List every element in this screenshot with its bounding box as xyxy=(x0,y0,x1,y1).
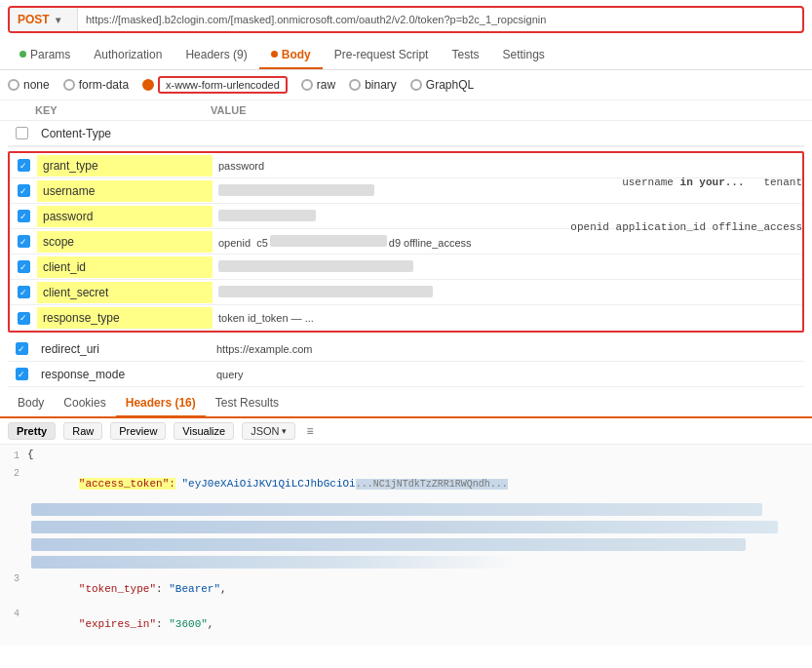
tab-tests-label: Tests xyxy=(451,48,479,61)
code-content-3: "token_type": "Bearer", xyxy=(27,571,812,607)
tab-params[interactable]: Params xyxy=(8,39,82,69)
response-mode-value: query xyxy=(211,365,804,384)
format-preview-btn[interactable]: Preview xyxy=(110,422,166,440)
format-json-select[interactable]: JSON ▾ xyxy=(242,422,294,440)
client-id-checkbox[interactable] xyxy=(18,260,30,273)
body-dot xyxy=(271,51,278,58)
radio-binary-label: binary xyxy=(365,78,397,92)
method-label: POST xyxy=(18,13,50,26)
blurred-line-3 xyxy=(31,538,746,551)
radio-raw-label: raw xyxy=(317,78,335,92)
tab-prerequest[interactable]: Pre-request Script xyxy=(323,39,441,69)
content-type-value xyxy=(211,130,804,138)
response-tabs: Body Cookies Headers (16) Test Results xyxy=(0,389,812,418)
client-secret-blurred xyxy=(218,286,433,297)
radio-none-label: none xyxy=(23,78,50,92)
response-mode-key: response_mode xyxy=(35,364,211,385)
tab-authorization[interactable]: Authorization xyxy=(82,39,174,69)
key-col-header: KEY xyxy=(35,104,211,116)
radio-none[interactable]: none xyxy=(8,78,50,92)
client-secret-value xyxy=(213,282,802,303)
method-selector[interactable]: POST ▾ xyxy=(10,8,78,31)
scope-blurred xyxy=(270,235,387,247)
format-json-label: JSON xyxy=(251,425,279,437)
access-token-value-mid: ...NC1jNTdkTzZRR1RWQndh... xyxy=(356,479,508,490)
client-secret-checkbox[interactable] xyxy=(18,286,30,298)
radio-raw[interactable]: raw xyxy=(301,78,335,92)
format-pretty-btn[interactable]: Pretty xyxy=(8,422,56,440)
blurred-line-2 xyxy=(31,521,778,533)
code-content-1: { xyxy=(27,449,812,460)
blurred-line-4 xyxy=(31,556,519,569)
radio-binary-circle xyxy=(349,79,361,91)
format-raw-btn[interactable]: Raw xyxy=(63,422,102,440)
line-num-cont2 xyxy=(0,519,27,521)
grant-type-checkbox[interactable] xyxy=(18,159,30,172)
line-num-1: 1 xyxy=(0,449,27,461)
tab-headers-label: Headers (9) xyxy=(185,48,247,61)
token-type-key: "token_type" xyxy=(79,583,156,595)
content-type-checkbox[interactable] xyxy=(16,127,28,139)
scope-annotation: openid application_id offline_access xyxy=(570,221,802,233)
code-line-cont1 xyxy=(0,501,812,519)
tab-body[interactable]: Body xyxy=(259,39,323,69)
method-chevron-icon: ▾ xyxy=(56,15,60,25)
code-line-cont4 xyxy=(0,554,812,571)
tab-headers[interactable]: Headers (9) xyxy=(174,39,258,69)
expires-in-key: "expires_in" xyxy=(79,618,156,630)
table-row: response_type token id_token — ... xyxy=(10,305,802,331)
resp-tab-body[interactable]: Body xyxy=(8,389,54,416)
resp-tab-testresults[interactable]: Test Results xyxy=(206,389,289,416)
access-token-key: "access_token": xyxy=(79,478,175,490)
code-line-1: 1 { xyxy=(0,449,812,466)
grant-type-value: password xyxy=(213,156,802,176)
table-row: redirect_uri https://example.com xyxy=(8,336,804,362)
code-line-3: 3 "token_type": "Bearer", xyxy=(0,571,812,607)
body-type-row: none form-data x-www-form-urlencoded raw… xyxy=(0,70,812,100)
code-line-4: 4 "expires_in": "3600", xyxy=(0,607,812,642)
scope-checkbox[interactable] xyxy=(18,235,30,248)
client-secret-key: client_secret xyxy=(37,282,213,303)
tab-tests[interactable]: Tests xyxy=(440,39,490,69)
url-bar: POST ▾ xyxy=(8,6,804,33)
blurred-line-1 xyxy=(31,503,762,516)
table-header: KEY VALUE xyxy=(0,100,812,121)
token-type-value: "Bearer" xyxy=(169,583,220,595)
password-key: password xyxy=(37,206,213,227)
tab-body-label: Body xyxy=(282,48,311,61)
redirect-uri-checkbox[interactable] xyxy=(16,342,28,355)
client-id-blurred xyxy=(218,260,413,272)
table-row: grant_type password xyxy=(10,153,802,178)
resp-tab-cookies[interactable]: Cookies xyxy=(54,389,115,416)
tab-params-label: Params xyxy=(30,48,70,61)
table-row: response_mode query xyxy=(8,362,804,387)
code-line-2: 2 "access_token": "eyJ0eXAiOiJKV1QiLCJhb… xyxy=(0,466,812,501)
radio-binary[interactable]: binary xyxy=(349,78,397,92)
radio-formdata[interactable]: form-data xyxy=(63,78,129,92)
response-type-checkbox[interactable] xyxy=(18,312,30,325)
url-input[interactable] xyxy=(78,14,802,25)
code-line-cont3 xyxy=(0,536,812,554)
content-type-key: Content-Type xyxy=(35,123,211,144)
response-mode-checkbox[interactable] xyxy=(16,368,28,380)
params-dot xyxy=(19,51,26,58)
resp-tab-headers[interactable]: Headers (16) xyxy=(116,390,206,417)
filter-icon[interactable]: ≡ xyxy=(307,424,314,438)
format-visualize-btn[interactable]: Visualize xyxy=(174,422,234,440)
table-row: client_secret xyxy=(10,280,802,305)
tab-settings[interactable]: Settings xyxy=(490,39,556,69)
radio-formdata-label: form-data xyxy=(79,78,129,92)
request-tabs: Params Authorization Headers (9) Body Pr… xyxy=(0,39,812,70)
tab-settings-label: Settings xyxy=(502,48,544,61)
extra-rows: redirect_uri https://example.com respons… xyxy=(8,336,804,387)
scope-value: openid c5d9 offline_access xyxy=(213,231,802,253)
line-num-2: 2 xyxy=(0,466,27,479)
redirect-uri-value: https://example.com xyxy=(211,339,804,359)
radio-urlencoded-label: x-www-form-urlencoded xyxy=(158,76,288,94)
password-checkbox[interactable] xyxy=(18,210,30,222)
resp-testresults-label: Test Results xyxy=(215,396,279,410)
radio-urlencoded[interactable]: x-www-form-urlencoded xyxy=(142,76,288,94)
username-checkbox[interactable] xyxy=(18,184,30,197)
tab-prerequest-label: Pre-request Script xyxy=(334,48,429,61)
radio-graphql[interactable]: GraphQL xyxy=(410,78,474,92)
